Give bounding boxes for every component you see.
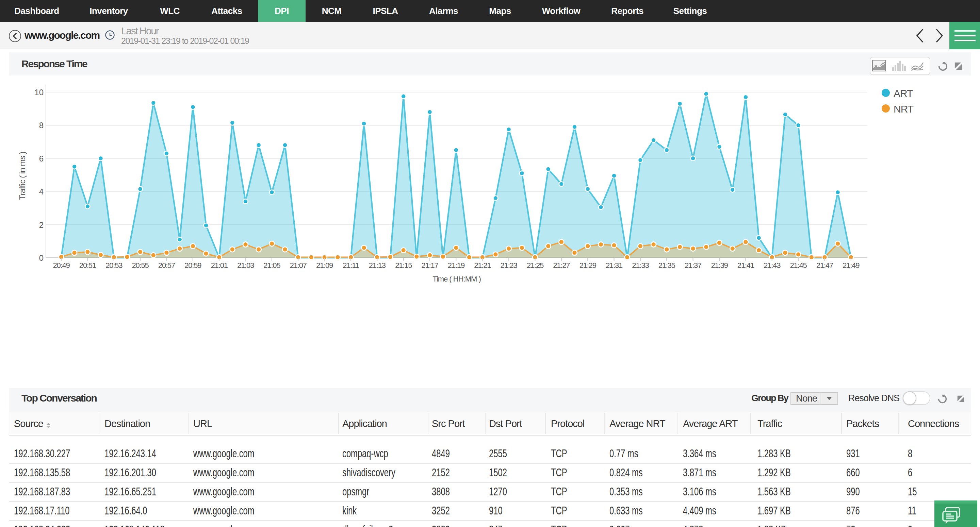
svg-text:Time ( HH:MM ): Time ( HH:MM ): [433, 275, 481, 283]
svg-text:ART: ART: [894, 88, 913, 99]
svg-text:21:41: 21:41: [737, 261, 754, 270]
svg-text:8: 8: [39, 121, 43, 130]
svg-text:21:35: 21:35: [659, 261, 675, 270]
svg-text:21:03: 21:03: [237, 261, 254, 270]
svg-text:21:47: 21:47: [816, 261, 833, 270]
svg-text:21:45: 21:45: [790, 261, 807, 270]
svg-text:21:31: 21:31: [606, 261, 623, 270]
svg-text:NRT: NRT: [894, 103, 914, 114]
svg-text:21:05: 21:05: [263, 261, 280, 270]
svg-text:20:49: 20:49: [53, 261, 70, 270]
svg-text:21:21: 21:21: [474, 261, 491, 270]
svg-text:0: 0: [39, 253, 43, 262]
svg-text:21:09: 21:09: [316, 261, 333, 270]
svg-text:Traffic ( in ms ): Traffic ( in ms ): [18, 152, 27, 200]
svg-text:21:13: 21:13: [369, 261, 386, 270]
svg-text:21:11: 21:11: [343, 261, 359, 270]
svg-text:20:51: 20:51: [79, 261, 96, 270]
svg-text:21:25: 21:25: [527, 261, 544, 270]
svg-text:4: 4: [39, 187, 43, 196]
svg-text:20:57: 20:57: [158, 261, 175, 270]
svg-text:20:59: 20:59: [185, 261, 202, 270]
svg-text:21:39: 21:39: [711, 261, 728, 270]
svg-text:21:01: 21:01: [211, 261, 228, 270]
svg-text:21:49: 21:49: [843, 261, 859, 270]
svg-text:2: 2: [39, 220, 43, 230]
svg-text:21:37: 21:37: [685, 261, 702, 270]
svg-text:21:27: 21:27: [553, 261, 570, 270]
svg-text:21:17: 21:17: [421, 261, 438, 270]
svg-text:20:55: 20:55: [132, 261, 149, 270]
svg-text:21:19: 21:19: [448, 261, 465, 270]
svg-text:21:07: 21:07: [290, 261, 307, 270]
svg-text:21:29: 21:29: [579, 261, 597, 270]
svg-text:21:33: 21:33: [632, 261, 649, 270]
svg-text:21:15: 21:15: [395, 261, 412, 270]
svg-text:10: 10: [34, 88, 43, 97]
svg-text:6: 6: [39, 154, 43, 163]
svg-text:21:23: 21:23: [501, 261, 517, 270]
svg-text:21:43: 21:43: [764, 261, 781, 270]
svg-text:20:53: 20:53: [105, 261, 123, 270]
